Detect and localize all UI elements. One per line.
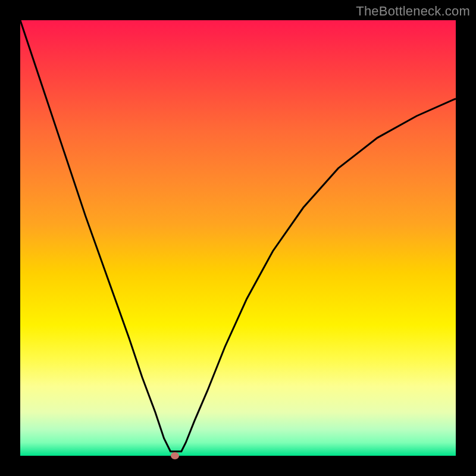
optimal-point-marker (171, 452, 179, 459)
plot-area (20, 20, 456, 456)
chart-frame: TheBottleneck.com (0, 0, 476, 476)
watermark-text: TheBottleneck.com (356, 4, 470, 19)
bottleneck-curve (20, 20, 456, 456)
